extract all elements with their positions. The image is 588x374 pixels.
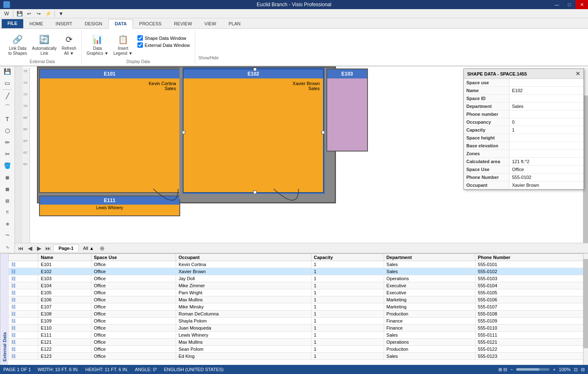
- refresh-all-btn[interactable]: ⟳ RefreshAll ▼: [60, 32, 78, 57]
- data-graphics-btn[interactable]: 📊 DataGraphics ▼: [85, 32, 110, 57]
- zoom-slider[interactable]: [516, 368, 549, 371]
- save-tool[interactable]: 💾: [2, 66, 13, 77]
- undo-btn[interactable]: ↩: [25, 10, 33, 18]
- crop-tool[interactable]: ✂: [2, 149, 13, 159]
- curve-tool[interactable]: 〜: [2, 230, 13, 241]
- wave-tool[interactable]: ∿: [2, 242, 13, 252]
- shape-data-row: Calculated area121 ft.^2: [464, 158, 583, 166]
- tab-process[interactable]: PROCESS: [133, 19, 168, 28]
- table-vscroll[interactable]: [583, 254, 588, 365]
- hatch-tool[interactable]: ▦: [2, 172, 13, 183]
- hatch2-tool[interactable]: ▩: [2, 183, 13, 194]
- freeform-tool[interactable]: ✏: [2, 137, 13, 148]
- shape-data-row: Capacity1: [464, 126, 583, 134]
- shape-data-close-btn[interactable]: ✕: [576, 71, 580, 77]
- tab-home[interactable]: HOME: [23, 19, 49, 28]
- room-e102[interactable]: E102 Xavier BrownSales: [183, 68, 324, 193]
- save-btn[interactable]: 💾: [15, 10, 24, 18]
- external-data-window-checkbox[interactable]: [137, 42, 143, 48]
- department-cell: Executive: [384, 282, 475, 289]
- shape-data-title: SHAPE DATA - SPACE.1455: [467, 71, 527, 76]
- phone-cell: 555-0123: [475, 353, 588, 360]
- room-e111[interactable]: E111 Lewis Whinery: [39, 196, 180, 216]
- space-use-cell: Office: [91, 303, 176, 310]
- col-occupant[interactable]: Occupant: [176, 254, 311, 261]
- data-table-container[interactable]: Name Space Use Occupant Capacity Departm…: [8, 254, 588, 365]
- phone-cell: 555-0101: [475, 261, 588, 268]
- tab-plan[interactable]: PLAN: [222, 19, 247, 28]
- table-row[interactable]: ⛓ E103 Office Jay Doll 1 Operations 555-…: [9, 275, 588, 282]
- all-pages-btn[interactable]: All ▲: [80, 245, 97, 252]
- first-page-btn[interactable]: ⏮: [17, 244, 25, 252]
- table-row[interactable]: ⛓ E101 Office Kevin Cortina 1 Sales 555-…: [9, 261, 588, 268]
- measure-tool[interactable]: ⊕: [2, 218, 13, 229]
- dots-tool[interactable]: ⠿: [2, 207, 13, 218]
- rectangle-tool[interactable]: ▭: [2, 78, 13, 88]
- customize-qa-btn[interactable]: ▼: [57, 10, 65, 18]
- shape-data-value: Office: [510, 166, 583, 173]
- connector-tool[interactable]: ⬡: [2, 125, 13, 136]
- arc-tool[interactable]: ⌒: [2, 102, 13, 113]
- col-name[interactable]: Name: [38, 254, 91, 261]
- line-tool[interactable]: ╱: [2, 90, 13, 101]
- maximize-btn[interactable]: □: [563, 0, 576, 9]
- table-row[interactable]: ⛓ E123 Office Ed King 1 Sales 555-0123: [9, 353, 588, 360]
- next-page-btn[interactable]: ▶: [35, 244, 43, 252]
- shape-data-key: Phone number: [464, 110, 510, 118]
- tab-view[interactable]: VIEW: [198, 19, 222, 28]
- shape-data-window-checkbox[interactable]: [137, 35, 143, 41]
- table-row[interactable]: ⛓ E104 Office Mike Zimmer 1 Executive 55…: [9, 282, 588, 289]
- fit-page-btn[interactable]: ⊡: [574, 367, 578, 372]
- tab-data[interactable]: DATA: [108, 19, 133, 29]
- e101-header: E101: [40, 69, 179, 78]
- add-page-btn[interactable]: ⊕: [98, 244, 106, 252]
- tab-review[interactable]: REVIEW: [168, 19, 198, 28]
- external-data-window-toggle[interactable]: External Data Window: [137, 42, 190, 48]
- department-cell: Sales: [384, 332, 475, 339]
- hatch3-tool[interactable]: ▧: [2, 195, 13, 206]
- table-row[interactable]: ⛓ E122 Office Sean Polom 1 Production 55…: [9, 346, 588, 353]
- table-row[interactable]: ⛓ E109 Office Shayla Polom 1 Finance 555…: [9, 318, 588, 325]
- col-capacity[interactable]: Capacity: [311, 254, 384, 261]
- table-row[interactable]: ⛓ E111 Office Lewis Whinery 1 Sales 555-…: [9, 332, 588, 339]
- text-tool[interactable]: T: [2, 114, 13, 125]
- file-tab[interactable]: FILE: [2, 19, 23, 28]
- link-data-btn[interactable]: 🔗 Link Datato Shapes: [7, 32, 29, 57]
- table-row[interactable]: ⛓ E102 Office Xavier Brown 1 Sales 555-0…: [9, 268, 588, 275]
- tab-insert[interactable]: INSERT: [49, 19, 78, 28]
- zoom-slider-plus[interactable]: +: [553, 367, 555, 372]
- prev-page-btn[interactable]: ◀: [26, 244, 34, 252]
- quick-action-btn[interactable]: ⚡: [44, 10, 52, 18]
- insert-legend-btn[interactable]: 📋 InsertLegend ▼: [112, 32, 134, 57]
- table-row[interactable]: ⛓ E105 Office Pam Wright 1 Executive 555…: [9, 289, 588, 296]
- redo-btn[interactable]: ↪: [34, 10, 43, 18]
- zoom-slider-minus[interactable]: −: [510, 367, 513, 372]
- name-cell: E109: [38, 318, 91, 325]
- table-row[interactable]: ⛓ E108 Office Roman DeColumna 1 Producti…: [9, 310, 588, 318]
- minimize-btn[interactable]: —: [551, 0, 563, 9]
- shape-data-window-toggle[interactable]: Shape Data Window: [137, 35, 190, 41]
- table-row[interactable]: ⛓ E121 Office Max Mullins 1 Operations 5…: [9, 339, 588, 346]
- col-department[interactable]: Department: [384, 254, 475, 261]
- data-table-body: ⛓ E101 Office Kevin Cortina 1 Sales 555-…: [9, 261, 588, 360]
- room-e101[interactable]: E101 Kevin CortinaSales: [39, 68, 180, 193]
- insert-legend-icon: 📋: [116, 33, 130, 46]
- col-phone[interactable]: Phone Number: [475, 254, 588, 261]
- table-row[interactable]: ⛓ E107 Office Mike Minsky 1 Marketing 55…: [9, 303, 588, 310]
- page-tab-1[interactable]: Page-1: [53, 244, 79, 252]
- table-row[interactable]: ⛓ E110 Office Juan Mosqueda 1 Finance 55…: [9, 325, 588, 332]
- department-cell: Sales: [384, 261, 475, 268]
- close-btn[interactable]: ✕: [576, 0, 588, 9]
- auto-link-btn[interactable]: 🔄 AutomaticallyLink: [30, 32, 58, 57]
- zoom-level[interactable]: 100%: [559, 367, 571, 372]
- tab-design[interactable]: DESIGN: [78, 19, 108, 28]
- table-row[interactable]: ⛓ E106 Office Max Mullins 1 Marketing 55…: [9, 296, 588, 303]
- name-cell: E105: [38, 289, 91, 296]
- col-space-use[interactable]: Space Use: [91, 254, 176, 261]
- external-data-sidebar[interactable]: External Data: [0, 254, 8, 365]
- last-page-btn[interactable]: ⏭: [44, 244, 52, 252]
- fill-tool[interactable]: 🪣: [2, 160, 13, 171]
- phone-cell: 555-0122: [475, 346, 588, 353]
- room-e103[interactable]: E103: [326, 68, 368, 152]
- fit-width-btn[interactable]: ⊟: [581, 367, 585, 372]
